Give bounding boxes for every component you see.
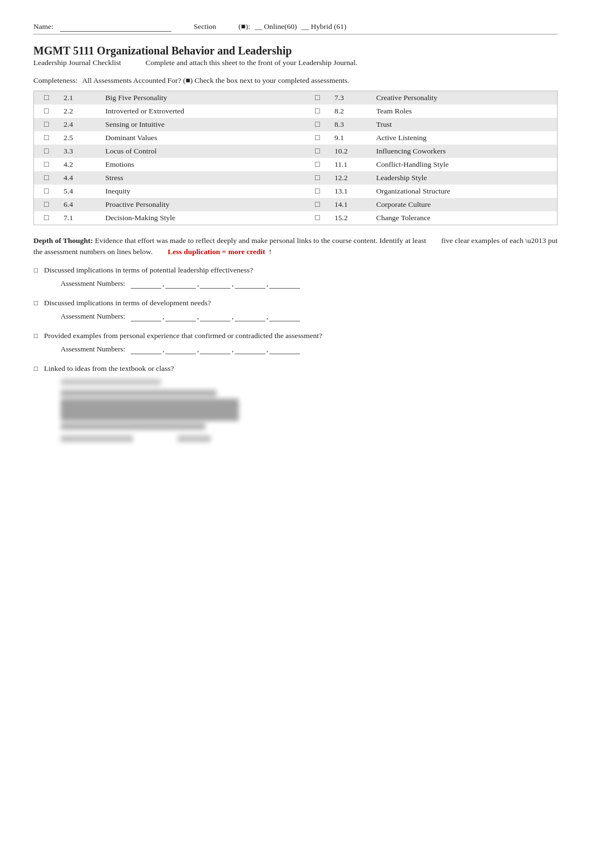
checkbox-left-4[interactable]: ☐	[34, 145, 60, 158]
online-label: __ Online(60)	[254, 22, 297, 31]
blank-2a	[131, 312, 161, 321]
checkbox-left-7[interactable]: ☐	[34, 185, 60, 198]
label-left-3: Dominant Values	[101, 131, 286, 145]
assessment-label-3: Assessment Numbers:	[61, 345, 125, 354]
completeness-label: Completeness:	[33, 76, 78, 85]
label-right-7: Organizational Structure	[372, 185, 557, 198]
col-sep-7	[287, 185, 305, 198]
table-row: ☐4.4Stress☐12.2Leadership Style	[34, 171, 558, 185]
label-left-4: Locus of Control	[101, 145, 286, 158]
checkbox-right-6[interactable]: ☐	[305, 171, 330, 185]
num-right-8: 14.1	[330, 198, 372, 211]
checkbox-left-0[interactable]: ☐	[34, 91, 60, 105]
checkbox-left-2[interactable]: ☐	[34, 118, 60, 131]
assessments-table: ☐2.1Big Five Personality☐7.3Creative Per…	[33, 91, 558, 225]
course-title: MGMT 5111 Organizational Behavior and Le…	[33, 44, 558, 57]
table-row: ☐6.4Proactive Personality☐14.1Corporate …	[34, 198, 558, 211]
label-right-0: Creative Personality	[372, 91, 557, 105]
checkbox-right-9[interactable]: ☐	[305, 211, 330, 225]
header-bar: Name: Section (■): __ Online(60) __ Hybr…	[33, 22, 558, 34]
checkbox-right-7[interactable]: ☐	[305, 185, 330, 198]
num-left-0: 2.1	[59, 91, 101, 105]
blank-3c	[200, 345, 230, 354]
blank-1c	[200, 279, 230, 289]
criteria-question-1: Discussed implications in terms of poten…	[44, 266, 558, 275]
criteria-text-1: Discussed implications in terms of poten…	[44, 266, 558, 289]
num-right-0: 7.3	[330, 91, 372, 105]
blank-1e	[269, 279, 300, 289]
criteria-item-1: ☐ Discussed implications in terms of pot…	[33, 266, 558, 289]
checkbox-left-3[interactable]: ☐	[34, 131, 60, 145]
label-right-8: Corporate Culture	[372, 198, 557, 211]
criteria-question-4: Linked to ideas from the textbook or cla…	[44, 364, 558, 373]
col-sep-5	[287, 158, 305, 171]
bullet-1: ☐	[33, 267, 38, 274]
criteria-text-4: Linked to ideas from the textbook or cla…	[44, 364, 558, 445]
criteria-item-4: ☐ Linked to ideas from the textbook or c…	[33, 364, 558, 445]
assessment-numbers-row-1: Assessment Numbers: , , , ,	[61, 279, 558, 289]
num-left-6: 4.4	[59, 171, 101, 185]
table-row: ☐2.5Dominant Values☐9.1Active Listening	[34, 131, 558, 145]
checkbox-left-6[interactable]: ☐	[34, 171, 60, 185]
assessment-label-1: Assessment Numbers:	[61, 279, 125, 288]
completeness-block: Completeness: All Assessments Accounted …	[33, 76, 558, 85]
num-right-1: 8.2	[330, 105, 372, 118]
name-label: Name:	[33, 22, 53, 31]
title-block: MGMT 5111 Organizational Behavior and Le…	[33, 44, 558, 67]
col-sep-0	[287, 91, 305, 105]
num-right-6: 12.2	[330, 171, 372, 185]
depth-text1: Evidence that effort was made to reflect…	[33, 236, 558, 256]
table-row: ☐2.2Introverted or Extroverted☐8.2Team R…	[34, 105, 558, 118]
bullet-2: ☐	[33, 300, 38, 306]
instruction: Complete and attach this sheet to the fr…	[145, 58, 357, 67]
label-right-4: Influencing Coworkers	[372, 145, 557, 158]
table-row: ☐2.1Big Five Personality☐7.3Creative Per…	[34, 91, 558, 105]
blank-2b	[165, 312, 196, 321]
label-left-0: Big Five Personality	[101, 91, 286, 105]
checkbox-right-1[interactable]: ☐	[305, 105, 330, 118]
blank-2e	[269, 312, 300, 321]
criteria-question-2: Discussed implications in terms of devel…	[44, 299, 558, 307]
criteria-text-3: Provided examples from personal experien…	[44, 331, 558, 354]
table-row: ☐7.1Decision-Making Style☐15.2Change Tol…	[34, 211, 558, 225]
checkbox-left-8[interactable]: ☐	[34, 198, 60, 211]
checkbox-left-1[interactable]: ☐	[34, 105, 60, 118]
depth-highlight: Less duplication = more credit	[168, 247, 265, 256]
col-sep-9	[287, 211, 305, 225]
blank-2d	[235, 312, 265, 321]
section-label: Section	[194, 22, 216, 31]
checkbox-right-8[interactable]: ☐	[305, 198, 330, 211]
checkbox-right-3[interactable]: ☐	[305, 131, 330, 145]
label-left-5: Emotions	[101, 158, 286, 171]
label-left-9: Decision-Making Style	[101, 211, 286, 225]
num-right-3: 9.1	[330, 131, 372, 145]
label-left-7: Inequity	[101, 185, 286, 198]
table-row: ☐4.2Emotions☐11.1Conflict-Handling Style	[34, 158, 558, 171]
num-right-7: 13.1	[330, 185, 372, 198]
num-left-5: 4.2	[59, 158, 101, 171]
blank-3e	[269, 345, 300, 354]
depth-exclamation: !	[267, 247, 272, 256]
bullet-3: ☐	[33, 333, 38, 339]
col-sep-8	[287, 198, 305, 211]
criteria-text-2: Discussed implications in terms of devel…	[44, 299, 558, 321]
name-field	[60, 22, 171, 32]
assessment-label-2: Assessment Numbers:	[61, 312, 125, 321]
checkbox-right-0[interactable]: ☐	[305, 91, 330, 105]
checkbox-right-5[interactable]: ☐	[305, 158, 330, 171]
criteria-question-3: Provided examples from personal experien…	[44, 331, 558, 340]
blurred-area	[61, 379, 558, 445]
num-left-8: 6.4	[59, 198, 101, 211]
section-paren: (■):	[239, 22, 250, 31]
checkbox-right-4[interactable]: ☐	[305, 145, 330, 158]
criteria-item-2: ☐ Discussed implications in terms of dev…	[33, 299, 558, 321]
label-right-6: Leadership Style	[372, 171, 557, 185]
checkbox-left-9[interactable]: ☐	[34, 211, 60, 225]
table-row: ☐2.4Sensing or Intuitive☐8.3Trust	[34, 118, 558, 131]
num-right-9: 15.2	[330, 211, 372, 225]
num-left-3: 2.5	[59, 131, 101, 145]
num-left-7: 5.4	[59, 185, 101, 198]
checkbox-left-5[interactable]: ☐	[34, 158, 60, 171]
col-sep-3	[287, 131, 305, 145]
checkbox-right-2[interactable]: ☐	[305, 118, 330, 131]
